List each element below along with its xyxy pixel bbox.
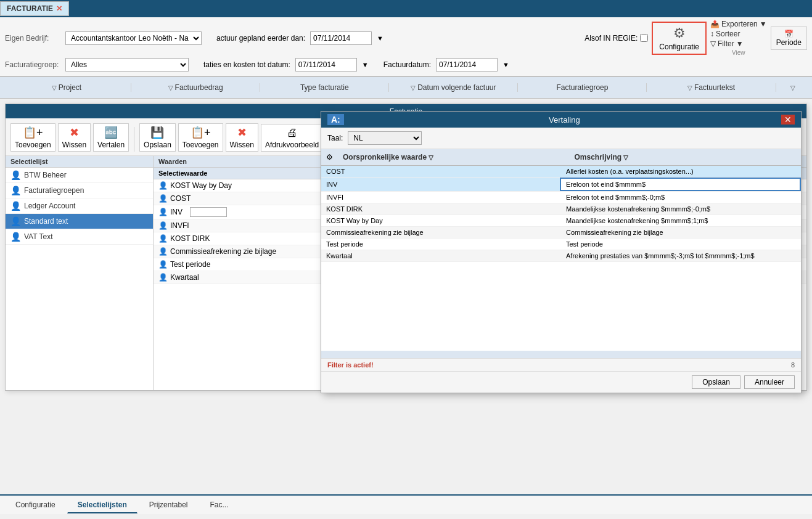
tab-close-icon[interactable]: ✕ (56, 4, 62, 13)
list-item-btw[interactable]: 👤 BTW Beheer (6, 168, 153, 183)
separator1 (134, 127, 134, 152)
vtable-cell-omschr-test: Test periode (561, 239, 801, 250)
vtable-row-invfi[interactable]: INVFI Ereloon tot eind $mmmm$;-0;m$ (321, 192, 801, 203)
taal-label: Taal: (327, 134, 343, 142)
list-item-ledger[interactable]: 👤 Ledger Account (6, 198, 153, 214)
vertaling-taal-area: Taal: NL FR DE EN (321, 128, 801, 149)
wissen1-button[interactable]: ✖ Wissen (58, 123, 91, 152)
configuratie-button[interactable]: ⚙ Configuratie (652, 22, 707, 55)
annuleer-button[interactable]: Annuleer (744, 375, 795, 389)
vtable-cell-orig-test: Test periode (321, 239, 561, 250)
eigen-bedrijf-label: Eigen Bedrijf: (5, 34, 60, 43)
vtable-cell-orig-cost: COST (321, 166, 561, 177)
tab-fac[interactable]: Fac... (199, 497, 239, 513)
vtable-cell-orig-kost-dirk: KOST DIRK (321, 203, 561, 215)
factuur-gepland-input[interactable] (310, 31, 372, 45)
eigen-bedrijf-select[interactable]: Accountantskantoor Leo Noëth - Na (65, 31, 202, 45)
opslaan-button[interactable]: 💾 Opslaan (139, 123, 176, 152)
tab-prijzentabel[interactable]: Prijzentabel (139, 497, 199, 513)
gear-icon: ⚙ (673, 25, 686, 41)
vertaling-title: Vertaling (348, 115, 781, 125)
vertaling-table-header: ⚙ Oorspronkelijke waarde ▽ Omschrijving … (321, 149, 801, 166)
view-label: View (710, 49, 767, 56)
toevoegen2-button[interactable]: 📋+ Toevoegen (178, 123, 223, 152)
col-header-factuurbedrag[interactable]: ▽ Factuurbedrag (131, 83, 260, 92)
vtable-row-commissie[interactable]: Commissieafrekening zie bijlage Commissi… (321, 227, 801, 239)
taties-kosten-input[interactable] (295, 58, 357, 72)
list-item-facturatiegroepen[interactable]: 👤 Facturatiegroepen (6, 183, 153, 198)
vtable-cell-orig-inv: INV (321, 179, 560, 190)
vtable-row-inv[interactable]: INV Ereloon tot eind $mmmm$ (321, 178, 801, 192)
vtable-cell-omschr-inv[interactable]: Ereloon tot eind $mmmm$ (560, 178, 801, 191)
toevoegen1-button[interactable]: 📋+ Toevoegen (10, 123, 55, 152)
row-icon3: 👤 (158, 208, 168, 216)
col-header-facturatiegroep[interactable]: Facturatiegroep (518, 83, 647, 92)
vtable-row-test[interactable]: Test periode Test periode (321, 239, 801, 250)
filter-omschr-icon: ▽ (623, 154, 628, 161)
factuur-gepland-label: actuur gepland eerder dan: (216, 34, 305, 43)
tab-configuratie[interactable]: Configuratie (5, 497, 66, 513)
vertaling-table-body: COST Allerlei kosten (o.a. verplaatsings… (321, 166, 801, 351)
tab-bar: FACTURATIE ✕ (0, 0, 812, 17)
filter-dropdown-icon: ▼ (736, 39, 744, 48)
vtable-cell-omschr-kwartaal: Afrekening prestaties van $mmmm$;-3;m$ t… (561, 250, 801, 261)
factuurdatum-label: Factuurdatum: (383, 60, 431, 69)
alsof-checkbox[interactable] (640, 34, 648, 42)
list-item-standard[interactable]: 👤 Standard text (6, 214, 153, 229)
facturatiegroep-label: Facturatiegroep: (5, 60, 60, 69)
vtable-row-kost-way[interactable]: KOST Way by Day Maandelijkse kostenafrek… (321, 215, 801, 227)
standard-icon: 👤 (10, 216, 21, 226)
periode-button[interactable]: 📅 Periode (771, 27, 807, 50)
vtable-cell-orig-kost-way: KOST Way by Day (321, 215, 561, 226)
filter-item[interactable]: ▽ Filter ▼ (710, 39, 767, 48)
tab-selectielijsten[interactable]: Selectielijsten (67, 497, 137, 513)
vertaling-header: A: Vertaling ✕ (321, 112, 801, 128)
vtable-row-cost[interactable]: COST Allerlei kosten (o.a. verplaatsings… (321, 166, 801, 178)
bottom-tabs: Configuratie Selectielijsten Prijzentabe… (0, 494, 812, 514)
opslaan-vertaling-button[interactable]: Opslaan (692, 375, 740, 389)
col-header-factuurtekst[interactable]: ▽ Factuurtekst (647, 83, 776, 92)
vat-icon: 👤 (10, 232, 21, 242)
selectielijst-header: Selectielijst (6, 156, 153, 168)
vtable-cell-omschr-commissie: Commissieafrekening zie bijlage (561, 227, 801, 238)
wissen2-button[interactable]: ✖ Wissen (226, 123, 258, 152)
vtable-cell-orig-kwartaal: Kwartaal (321, 250, 561, 261)
vtable-row-kwartaal[interactable]: Kwartaal Afrekening prestaties van $mmmm… (321, 250, 801, 262)
col-header-datum[interactable]: ▽ Datum volgende factuur (389, 83, 518, 92)
filter-active-label: Filter is actief! (327, 361, 374, 369)
sorteer-item[interactable]: ↕ Sorteer (710, 30, 767, 38)
afdrukvoorbeeld-button[interactable]: 🖨 Afdrukvoorbeeld (261, 124, 323, 152)
col-header-last: ▽ (776, 84, 810, 91)
filter-oorspr-icon: ▽ (429, 154, 433, 161)
facturatie-tab[interactable]: FACTURATIE ✕ (0, 1, 69, 16)
col-header-type[interactable]: Type facturatie (260, 83, 389, 92)
calendar-icon: 📅 (784, 30, 794, 38)
exporteren-item[interactable]: 📤 Exporteren ▼ (710, 20, 767, 28)
record-count: 8 (791, 361, 795, 369)
col-header-project[interactable]: ▽ Project (2, 83, 131, 92)
facturatiegroep-select[interactable]: Alles (65, 58, 189, 72)
factuurdatum-input[interactable] (436, 58, 498, 72)
action-group: 📤 Exporteren ▼ ↕ Sorteer ▽ Filter ▼ View (710, 20, 767, 56)
vtable-scrollbar[interactable] (321, 351, 801, 358)
vertalen1-button[interactable]: 🔤 Vertalen (93, 123, 129, 152)
left-list: 👤 BTW Beheer 👤 Facturatiegroepen 👤 Ledge… (6, 168, 153, 390)
wissen1-icon: ✖ (70, 126, 79, 139)
vtable-cell-omschr-kost-way: Maandelijkse kostenafrekening $mmmm$;1;m… (561, 215, 801, 226)
filter-last-icon: ▽ (790, 84, 795, 91)
vtable-row-kost-dirk[interactable]: KOST DIRK Maandelijkse kostenafrekening … (321, 203, 801, 215)
omschrijving-col-header: Omschrijving ▽ (570, 151, 802, 163)
filter-project-icon: ▽ (52, 84, 57, 91)
list-item-vat[interactable]: 👤 VAT Text (6, 229, 153, 245)
taal-select[interactable]: NL FR DE EN (348, 131, 422, 145)
vtable-cell-omschr-kost-dirk: Maandelijkse kostenafrekening $mmmm$;-0;… (561, 203, 801, 215)
ledger-icon: 👤 (10, 201, 21, 211)
vtable-cell-omschr-cost: Allerlei kosten (o.a. verplaatsingskoste… (561, 166, 801, 177)
toevoegen1-icon: 📋+ (23, 126, 43, 139)
wissen2-icon: ✖ (237, 126, 247, 139)
taties-kosten-label: taties en kosten tot datum: (203, 60, 290, 69)
vertaling-logo: A: (327, 114, 344, 125)
vtable-buttons-area: Opslaan Annuleer (321, 371, 801, 393)
row-icon6: 👤 (158, 247, 168, 256)
vertaling-close-button[interactable]: ✕ (781, 115, 795, 125)
